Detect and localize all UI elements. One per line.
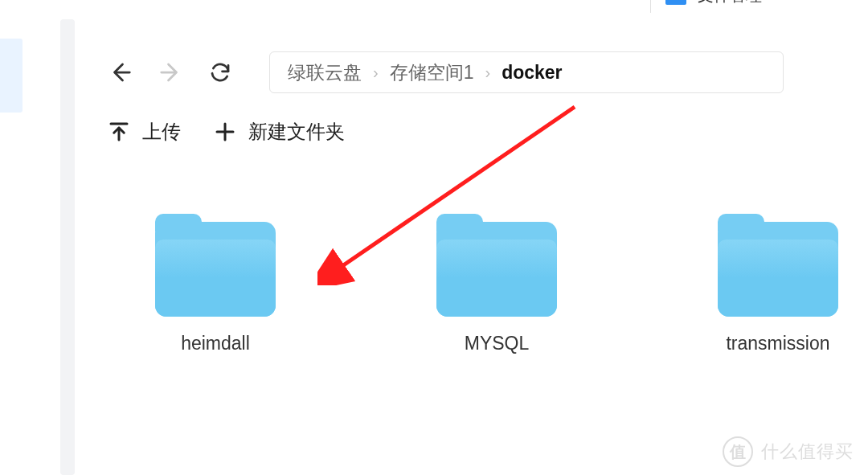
arrow-left-icon [108,60,133,84]
folder-name: transmission [726,333,829,354]
breadcrumb: 绿联云盘 › 存储空间1 › docker [269,51,784,93]
app-tab-label: 文件管理 [698,0,762,6]
folder-name: heimdall [181,333,250,354]
plus-icon [213,120,237,144]
breadcrumb-item-0[interactable]: 绿联云盘 [288,60,362,85]
folder-item[interactable]: heimdall [155,222,276,354]
new-folder-button[interactable]: 新建文件夹 [213,119,345,145]
gutter-selection [0,39,23,113]
breadcrumb-item-2[interactable]: docker [502,62,562,84]
file-panel: 绿联云盘 › 存储空间1 › docker 上传 新建文件夹 heimdall … [75,19,868,475]
action-row: 上传 新建文件夹 [75,93,868,145]
watermark: 值 什么值得买 [723,436,854,467]
upload-icon [107,120,131,144]
folder-app-icon [665,0,686,5]
folder-icon [436,222,557,317]
folder-name: MYSQL [465,333,530,354]
chevron-right-icon: › [485,63,490,82]
upload-button[interactable]: 上传 [107,119,181,145]
folder-icon [155,222,276,317]
refresh-icon [208,60,232,84]
watermark-text: 什么值得买 [761,440,854,464]
nav-row: 绿联云盘 › 存储空间1 › docker [75,19,868,93]
window-tab-strip: 文件管理 [0,0,868,13]
gutter-edge [60,19,75,475]
folder-item[interactable]: MYSQL [436,222,557,354]
left-gutter [0,19,75,475]
back-button[interactable] [107,59,134,86]
file-grid: heimdall MYSQL transmission [75,145,868,354]
refresh-button[interactable] [207,59,234,86]
arrow-right-icon [158,60,182,84]
forward-button[interactable] [157,59,184,86]
chevron-right-icon: › [373,63,379,82]
folder-item[interactable]: transmission [718,222,838,354]
breadcrumb-item-1[interactable]: 存储空间1 [390,60,474,85]
folder-icon [718,222,838,317]
upload-label: 上传 [142,119,181,145]
app-tab[interactable]: 文件管理 [650,0,868,13]
new-folder-label: 新建文件夹 [248,119,345,145]
watermark-badge: 值 [723,436,753,467]
